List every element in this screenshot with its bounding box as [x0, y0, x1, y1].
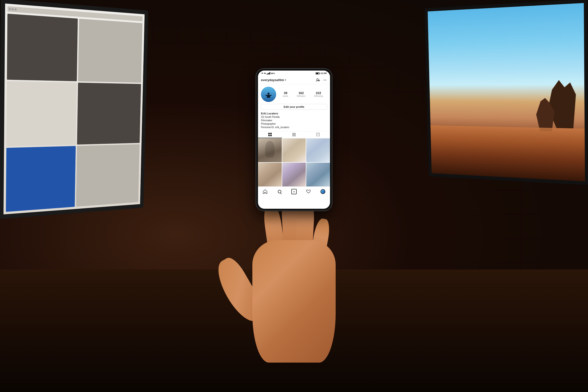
monitor-block-3: [6, 81, 77, 146]
username-display[interactable]: everydaysafilm: [261, 78, 286, 82]
profile-avatar-icon: [320, 189, 325, 194]
home-nav-button[interactable]: [261, 188, 270, 195]
battery-body: [316, 72, 320, 74]
nav-icons-right: ⋯: [316, 78, 327, 82]
followers-label: followers: [297, 95, 306, 98]
time-display: 11:00: [321, 72, 326, 74]
avatar-container[interactable]: [261, 87, 276, 102]
grid-photo-5[interactable]: [282, 163, 306, 186]
toolbar-dot-3: [15, 8, 17, 11]
home-icon: [263, 190, 267, 194]
phone-screen: ✳ ▾▾ 80%: [258, 70, 330, 209]
grid-view-icon: [268, 133, 272, 136]
profile-section: 39 posts 162 followers 222 following: [258, 84, 330, 112]
list-view-icon: [292, 133, 296, 136]
landscape-image: [428, 3, 585, 181]
username-text: everydaysafilm: [261, 78, 284, 82]
svg-rect-7: [292, 133, 296, 134]
heart-icon: [306, 190, 311, 194]
svg-rect-9: [292, 136, 296, 136]
battery-icon: [316, 72, 320, 74]
svg-rect-5: [268, 135, 270, 136]
add-post-button[interactable]: +: [290, 188, 298, 195]
bio-line-1: 22| South Florida: [261, 116, 327, 119]
monitor-content-area: [6, 14, 142, 212]
bluetooth-icon: ✳: [262, 72, 263, 74]
status-bar-left: ✳ ▾▾ 80%: [262, 72, 275, 74]
photo-grid: [258, 138, 330, 186]
posts-label: posts: [283, 95, 288, 98]
monitor-block-5: [6, 146, 76, 212]
bio-line-3: Photographer: [261, 122, 327, 126]
bio-section: Erik Lucatero 22| South Florida Filmmake…: [258, 112, 330, 131]
battery-tip: [320, 73, 320, 74]
username-dropdown-icon: [285, 80, 286, 80]
status-bar-right: 11:00: [316, 72, 326, 74]
signal-percent: 80%: [271, 72, 275, 74]
stat-followers[interactable]: 162 followers: [297, 91, 306, 98]
toolbar-dot-2: [12, 8, 14, 10]
profile-top-row: 39 posts 162 followers 222 following: [261, 87, 327, 102]
monitor-block-1: [7, 14, 78, 81]
hand-phone-container: ✳ ▾▾ 80%: [230, 68, 358, 362]
grid-photo-4[interactable]: [258, 163, 282, 186]
more-options-button[interactable]: ⋯: [323, 78, 327, 82]
monitor-left-screen: [4, 4, 144, 214]
hand: [235, 191, 353, 362]
add-person-button[interactable]: [316, 78, 320, 82]
instagram-nav-bar: everydaysafilm ⋯: [258, 76, 330, 84]
signal-bar-2: [268, 73, 268, 74]
svg-point-0: [317, 78, 318, 80]
monitor-block-4: [77, 83, 141, 144]
followers-count: 162: [298, 91, 304, 95]
stat-following[interactable]: 222 following: [314, 91, 323, 98]
grid-photo-3[interactable]: [306, 138, 330, 162]
grid-photo-1[interactable]: [258, 138, 282, 162]
signal-bar-1: [266, 74, 267, 74]
profile-nav-button[interactable]: [318, 188, 327, 195]
avatar: [261, 87, 276, 102]
posts-count: 39: [284, 91, 287, 95]
palm: [252, 240, 336, 362]
grid-photo-6[interactable]: [306, 163, 330, 186]
svg-rect-8: [292, 134, 296, 135]
battery-fill: [316, 73, 318, 74]
add-person-icon: [316, 78, 320, 82]
edit-profile-button[interactable]: Edit your profile: [261, 104, 327, 110]
tagged-view-button[interactable]: [306, 131, 330, 138]
svg-rect-4: [270, 133, 272, 134]
signal-bar-4: [270, 72, 270, 74]
grid-view-button[interactable]: [258, 131, 282, 138]
add-post-icon: +: [291, 189, 297, 194]
status-bar: ✳ ▾▾ 80%: [258, 70, 330, 76]
tagged-view-icon: [316, 133, 320, 136]
following-count: 222: [316, 91, 321, 95]
grid-photo-2[interactable]: [282, 138, 306, 162]
monitor-left: [0, 0, 148, 219]
signal-bars: [266, 72, 270, 74]
stat-posts[interactable]: 39 posts: [283, 91, 288, 98]
stats-row: 39 posts 162 followers 222 following: [278, 91, 327, 98]
bio-name: Erik Lucatero: [261, 112, 327, 116]
more-dots-icon: ⋯: [323, 78, 327, 82]
wifi-icon: ▾▾: [264, 72, 266, 74]
bio-line-2: Filmmaker: [261, 119, 327, 122]
view-toggle-bar: [258, 131, 330, 138]
search-nav-button[interactable]: [275, 188, 284, 195]
following-label: following: [314, 95, 323, 98]
water-reflection: [430, 126, 585, 182]
list-view-button[interactable]: [282, 131, 306, 138]
monitor-left-content: [4, 4, 144, 214]
activity-nav-button[interactable]: [304, 188, 313, 195]
phone-device: ✳ ▾▾ 80%: [256, 68, 332, 211]
toolbar-dot-1: [9, 8, 11, 10]
search-icon: [278, 190, 281, 193]
monitor-right: [424, 0, 588, 185]
signal-bar-3: [268, 73, 269, 74]
svg-rect-6: [270, 135, 272, 136]
svg-rect-3: [268, 133, 270, 134]
monitor-block-6: [76, 144, 140, 206]
bio-line-4: Personal IG: erik_lucatero: [261, 126, 327, 129]
monitor-block-2: [78, 18, 142, 82]
monitor-right-screen: [428, 3, 585, 181]
